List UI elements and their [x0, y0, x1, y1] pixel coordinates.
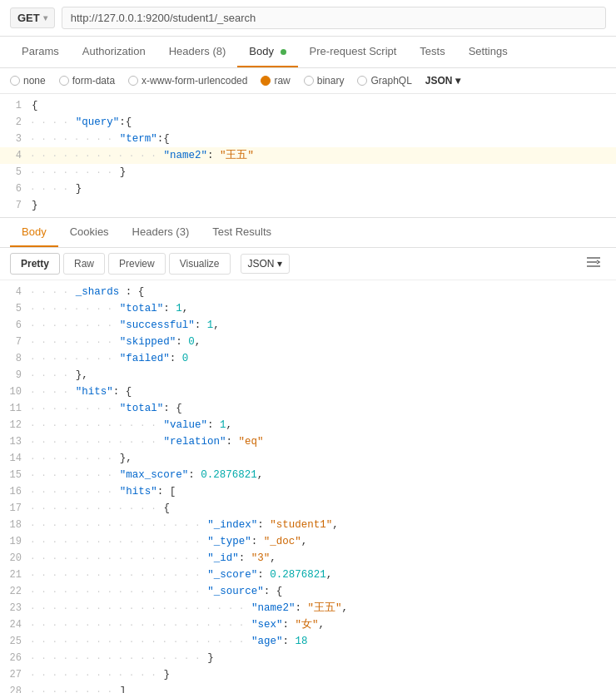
url-bar: GET ▾ — [0, 0, 616, 37]
response-tab-cookies[interactable]: Cookies — [58, 218, 121, 247]
tab-headers[interactable]: Headers (8) — [157, 37, 238, 67]
json-format-dropdown[interactable]: JSON ▾ — [425, 75, 460, 87]
radio-circle-raw — [261, 76, 271, 86]
response-body-editor: 4 · · · · _shards : { 5 · · · · · · · · … — [0, 280, 616, 693]
resp-line-13: 13 · · · · · · · · · · · · "relation": "… — [0, 433, 616, 450]
response-tab-headers[interactable]: Headers (3) — [121, 218, 201, 247]
tab-authorization[interactable]: Authorization — [71, 37, 157, 67]
radio-raw[interactable]: raw — [261, 75, 290, 87]
tab-params[interactable]: Params — [10, 37, 71, 67]
resp-line-15: 15 · · · · · · · · "max_score": 0.287682… — [0, 467, 616, 483]
req-line-6: 6 · · · · } — [0, 181, 616, 197]
resp-line-6: 6 · · · · · · · · "successful": 1, — [0, 317, 616, 334]
chevron-down-icon: ▾ — [455, 75, 460, 87]
response-tab-test-results[interactable]: Test Results — [201, 218, 283, 247]
resp-line-20: 20 · · · · · · · · · · · · · · · · "_id"… — [0, 550, 616, 567]
req-line-7: 7 } — [0, 197, 616, 214]
raw-button[interactable]: Raw — [63, 253, 105, 275]
response-tab-body[interactable]: Body — [10, 218, 58, 247]
resp-line-27: 27 · · · · · · · · · · · · } — [0, 666, 616, 683]
response-format-dropdown[interactable]: JSON ▾ — [241, 254, 290, 274]
body-active-dot — [281, 49, 286, 55]
resp-line-4: 4 · · · · _shards : { — [0, 284, 616, 300]
tab-pre-request[interactable]: Pre-request Script — [298, 37, 409, 67]
request-body-editor[interactable]: 1 { 2 · · · · "query":{ 3 · · · · · · · … — [0, 94, 616, 218]
resp-line-24: 24 · · · · · · · · · · · · · · · · · · ·… — [0, 616, 616, 633]
radio-none[interactable]: none — [10, 75, 46, 87]
resp-line-10: 10 · · · · "hits": { — [0, 384, 616, 400]
tab-tests[interactable]: Tests — [408, 37, 456, 67]
resp-line-8: 8 · · · · · · · · "failed": 0 — [0, 350, 616, 367]
preview-button[interactable]: Preview — [108, 253, 166, 275]
radio-urlencoded[interactable]: x-www-form-urlencoded — [128, 75, 247, 87]
req-line-1: 1 { — [0, 97, 616, 114]
radio-circle-graphql — [357, 76, 367, 86]
resp-line-21: 21 · · · · · · · · · · · · · · · · "_sco… — [0, 567, 616, 583]
radio-circle-form-data — [59, 76, 69, 86]
top-nav-tabs: Params Authorization Headers (8) Body Pr… — [0, 37, 616, 68]
req-line-2: 2 · · · · "query":{ — [0, 114, 616, 131]
body-type-row: none form-data x-www-form-urlencoded raw… — [0, 68, 616, 94]
radio-graphql[interactable]: GraphQL — [357, 75, 411, 87]
resp-line-17: 17 · · · · · · · · · · · · { — [0, 500, 616, 517]
req-line-5: 5 · · · · · · · · } — [0, 164, 616, 181]
method-label: GET — [17, 12, 40, 24]
resp-line-18: 18 · · · · · · · · · · · · · · · · "_ind… — [0, 517, 616, 533]
response-nav-tabs: Body Cookies Headers (3) Test Results — [0, 218, 616, 248]
resp-line-26: 26 · · · · · · · · · · · · · · · · } — [0, 650, 616, 666]
radio-circle-none — [10, 76, 20, 86]
resp-line-25: 25 · · · · · · · · · · · · · · · · · · ·… — [0, 633, 616, 650]
req-line-3: 3 · · · · · · · · "term":{ — [0, 131, 616, 147]
resp-line-9: 9 · · · · }, — [0, 367, 616, 384]
resp-line-7: 7 · · · · · · · · "skipped": 0, — [0, 334, 616, 350]
method-chevron-icon: ▾ — [43, 13, 47, 22]
resp-line-12: 12 · · · · · · · · · · · · "value": 1, — [0, 417, 616, 433]
tab-body[interactable]: Body — [237, 37, 297, 67]
visualize-button[interactable]: Visualize — [169, 253, 231, 275]
radio-circle-urlencoded — [128, 76, 138, 86]
resp-line-23: 23 · · · · · · · · · · · · · · · · · · ·… — [0, 600, 616, 616]
radio-binary[interactable]: binary — [304, 75, 345, 87]
resp-line-14: 14 · · · · · · · · }, — [0, 450, 616, 467]
response-toolbar: Pretty Raw Preview Visualize JSON ▾ — [0, 248, 616, 280]
method-select[interactable]: GET ▾ — [10, 7, 55, 28]
resp-line-5: 5 · · · · · · · · "total": 1, — [0, 300, 616, 317]
req-line-4: 4 · · · · · · · · · · · · "name2": "王五" — [0, 147, 616, 164]
tab-settings[interactable]: Settings — [457, 37, 519, 67]
resp-line-11: 11 · · · · · · · · "total": { — [0, 400, 616, 417]
resp-line-16: 16 · · · · · · · · "hits": [ — [0, 483, 616, 500]
radio-circle-binary — [304, 76, 314, 86]
chevron-down-icon: ▾ — [277, 258, 282, 270]
resp-line-19: 19 · · · · · · · · · · · · · · · · "_typ… — [0, 533, 616, 550]
resp-line-22: 22 · · · · · · · · · · · · · · · · "_sou… — [0, 583, 616, 600]
resp-line-28: 28 · · · · · · · · ] — [0, 683, 616, 693]
url-input[interactable] — [62, 7, 606, 29]
wrap-lines-icon[interactable] — [581, 254, 606, 274]
radio-form-data[interactable]: form-data — [59, 75, 115, 87]
pretty-button[interactable]: Pretty — [10, 253, 60, 275]
